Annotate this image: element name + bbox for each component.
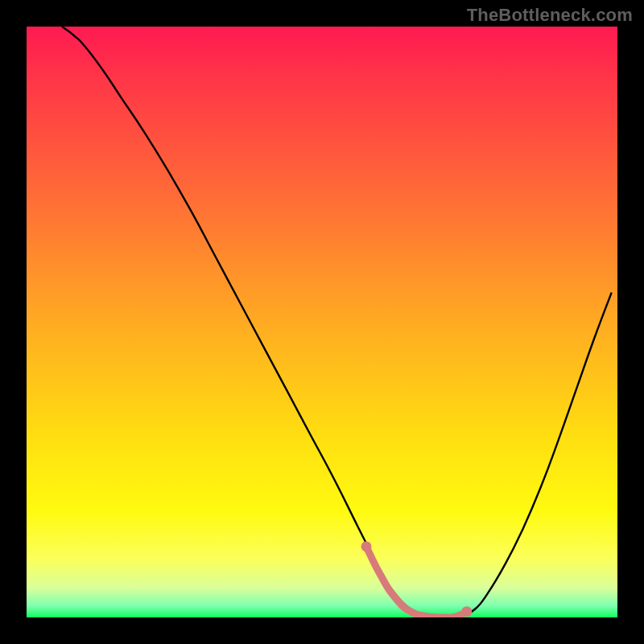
trough-highlight xyxy=(361,541,473,617)
chart-frame: TheBottleneck.com xyxy=(0,0,644,644)
watermark: TheBottleneck.com xyxy=(467,5,633,26)
curve-path xyxy=(62,27,612,617)
plot-area xyxy=(27,27,617,617)
trough-endpoint xyxy=(461,606,472,617)
bottleneck-curve xyxy=(27,27,617,617)
trough-endpoint xyxy=(361,541,372,551)
trough-path xyxy=(366,547,467,617)
